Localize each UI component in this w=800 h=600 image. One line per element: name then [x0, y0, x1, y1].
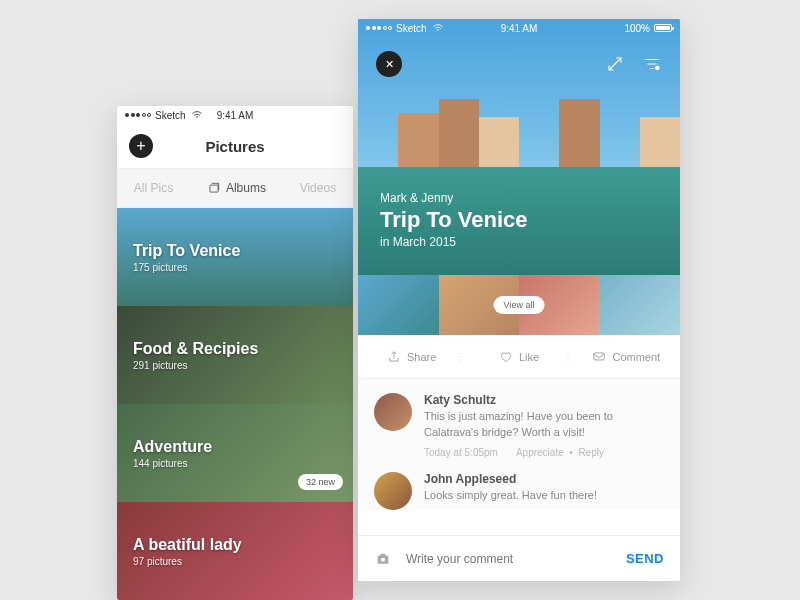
filter-icon[interactable]	[642, 55, 662, 73]
action-label: Share	[407, 351, 436, 363]
comment-icon	[592, 350, 606, 364]
camera-icon[interactable]	[374, 551, 392, 567]
comment-author: Katy Schultz	[424, 393, 664, 407]
comments-list: Katy Schultz This is just amazing! Have …	[358, 379, 680, 510]
status-bar: Sketch 9:41 AM	[117, 106, 353, 124]
album-count: 175 pictures	[133, 262, 353, 273]
carrier-label: Sketch	[396, 23, 427, 34]
new-badge: 32 new	[298, 474, 343, 490]
share-icon	[387, 350, 401, 364]
album-item[interactable]: Food & Recipies 291 pictures	[117, 306, 353, 404]
send-button[interactable]: SEND	[626, 551, 664, 566]
action-label: Like	[519, 351, 539, 363]
album-item[interactable]: Adventure 144 pictures 32 new	[117, 404, 353, 502]
page-title: Pictures	[205, 138, 264, 155]
status-bar: Sketch 9:41 AM 100%	[358, 19, 680, 37]
album-count: 291 pictures	[133, 360, 353, 371]
thumbnail[interactable]	[600, 275, 681, 335]
comment-item: John Appleseed Looks simply great. Have …	[374, 472, 664, 510]
like-button[interactable]: Like	[465, 350, 572, 364]
battery-label: 100%	[624, 23, 650, 34]
album-title: Adventure	[133, 438, 353, 456]
hero-toolbar: ✕	[358, 51, 680, 77]
tab-label: Albums	[226, 181, 266, 195]
svg-rect-0	[210, 185, 218, 192]
comment-item: Katy Schultz This is just amazing! Have …	[374, 393, 664, 458]
add-button[interactable]: +	[129, 134, 153, 158]
tab-albums[interactable]: Albums	[207, 181, 266, 195]
comment-author: John Appleseed	[424, 472, 664, 486]
action-label: Comment	[612, 351, 660, 363]
album-title: Trip To Venice	[380, 207, 528, 233]
pictures-screen: Sketch 9:41 AM + Pictures All Pics Album…	[117, 106, 353, 600]
album-author: Mark & Jenny	[380, 191, 528, 205]
carrier-label: Sketch	[155, 110, 186, 121]
clock: 9:41 AM	[501, 23, 538, 34]
albums-icon	[207, 181, 221, 195]
album-detail-screen: Sketch 9:41 AM 100% ✕ Mark & Jenny Trip …	[358, 19, 680, 581]
appreciate-link[interactable]: Appreciate	[516, 447, 564, 458]
comment-input[interactable]	[406, 552, 612, 566]
avatar[interactable]	[374, 393, 412, 431]
album-list: Trip To Venice 175 pictures Food & Recip…	[117, 208, 353, 600]
album-title: Food & Recipies	[133, 340, 353, 358]
thumbnail-strip[interactable]: View all	[358, 275, 680, 335]
album-count: 144 pictures	[133, 458, 353, 469]
signal-dots-icon	[366, 26, 392, 30]
signal-dots-icon	[125, 113, 151, 117]
album-item[interactable]: Trip To Venice 175 pictures	[117, 208, 353, 306]
avatar[interactable]	[374, 472, 412, 510]
battery-icon	[654, 24, 672, 32]
hero-text: Mark & Jenny Trip To Venice in March 201…	[380, 191, 528, 249]
clock: 9:41 AM	[217, 110, 254, 121]
svg-rect-2	[594, 352, 605, 359]
comment-meta: Today at 5:05pm Appreciate • Reply	[424, 447, 664, 458]
svg-point-3	[381, 557, 385, 561]
tabs: All Pics Albums Videos	[117, 168, 353, 208]
comment-text: This is just amazing! Have you been to C…	[424, 409, 664, 441]
album-item[interactable]: A beatiful lady 97 pictures	[117, 502, 353, 600]
tab-all-pics[interactable]: All Pics	[134, 181, 173, 195]
album-date: in March 2015	[380, 235, 528, 249]
comment-time: Today at 5:05pm	[424, 447, 498, 458]
comment-button[interactable]: Comment	[573, 350, 680, 364]
expand-icon[interactable]	[606, 55, 624, 73]
comment-text: Looks simply great. Have fun there!	[424, 488, 664, 504]
close-button[interactable]: ✕	[376, 51, 402, 77]
thumbnail[interactable]	[358, 275, 439, 335]
heart-icon	[499, 350, 513, 364]
album-title: A beatiful lady	[133, 536, 353, 554]
album-title: Trip To Venice	[133, 242, 353, 260]
tab-videos[interactable]: Videos	[300, 181, 336, 195]
comment-composer: SEND	[358, 535, 680, 581]
wifi-icon	[431, 21, 445, 35]
reply-link[interactable]: Reply	[578, 447, 604, 458]
view-all-button[interactable]: View all	[494, 296, 545, 314]
wifi-icon	[190, 108, 204, 122]
share-button[interactable]: Share	[358, 350, 465, 364]
svg-point-1	[655, 66, 660, 71]
album-count: 97 pictures	[133, 556, 353, 567]
nav-bar: + Pictures	[117, 124, 353, 168]
action-bar: Share Like Comment	[358, 335, 680, 379]
hero: Sketch 9:41 AM 100% ✕ Mark & Jenny Trip …	[358, 19, 680, 275]
